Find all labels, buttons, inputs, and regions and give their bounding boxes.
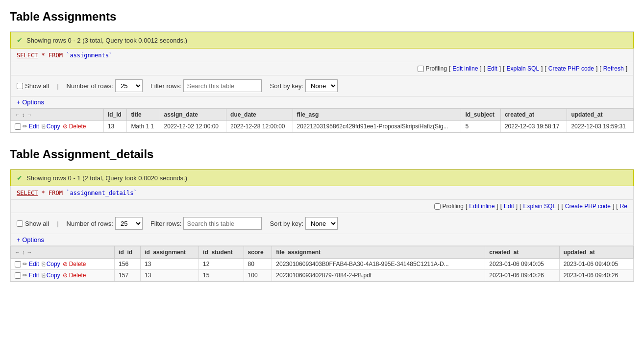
details-arrow-right: → <box>27 249 32 255</box>
create-php-link[interactable]: Create PHP code <box>548 65 594 72</box>
details-col-id-id-link[interactable]: id_id <box>119 249 132 256</box>
details-col-updated-at-link[interactable]: updated_at <box>564 249 595 256</box>
details-filter-input[interactable] <box>183 217 262 230</box>
details-col-score-link[interactable]: score <box>248 249 264 256</box>
col-updated-at-link[interactable]: updated_at <box>571 111 602 118</box>
details-col-created-at-link[interactable]: created_at <box>489 249 519 256</box>
details-explain-sql-link[interactable]: Explain SQL <box>523 203 556 210</box>
copy-icon: ⎘ <box>42 123 45 130</box>
details-th-created-at[interactable]: created_at <box>485 246 559 259</box>
bracket-open: [ <box>449 65 450 72</box>
details-copy-icon: ⎘ <box>42 272 45 279</box>
details-col-id-student-link[interactable]: id_student <box>203 249 233 256</box>
details-sql-text: SELECT * FROM `assignment_details` <box>17 190 137 196</box>
th-assign-date[interactable]: assign_date <box>160 109 226 121</box>
separator3: [ <box>503 65 504 72</box>
details-sort-label: Sort by key: None <box>270 217 338 230</box>
filter-input[interactable] <box>183 79 262 92</box>
delete-icon: ⊘ <box>63 123 68 130</box>
th-title[interactable]: title <box>127 109 160 121</box>
separator6: ] <box>596 65 597 72</box>
th-file-asg[interactable]: file_asg <box>293 109 461 121</box>
details-edit-row-link[interactable]: Edit <box>29 261 39 267</box>
show-all-label[interactable]: Show all <box>17 82 49 90</box>
copy-row-link[interactable]: Copy <box>47 123 60 130</box>
details-check-icon: ✔ <box>17 174 23 182</box>
details-sql-select-keyword: SELECT <box>17 190 38 196</box>
details-edit-inline-link[interactable]: Edit inline <box>469 203 495 210</box>
d-separator7: [ <box>616 203 618 210</box>
d-separator6: ] <box>613 203 614 210</box>
filter-text: Filter rows: <box>150 82 182 90</box>
edit-link[interactable]: Edit <box>487 65 497 72</box>
details-th-score[interactable]: score <box>244 246 272 259</box>
col-id-subject-link[interactable]: id_subject <box>465 111 494 118</box>
details-th-updated-at[interactable]: updated_at <box>559 246 633 259</box>
th-due-date[interactable]: due_date <box>226 109 293 121</box>
row-checkbox[interactable] <box>15 123 21 130</box>
details-copy-row-link[interactable]: Copy <box>47 261 60 267</box>
details-row-checkbox[interactable] <box>15 272 21 279</box>
details-num-rows-select[interactable]: 25 50 100 <box>115 217 143 230</box>
details-cell-id-assignment: 13 <box>141 259 199 270</box>
details-info-text: Showing rows 0 - 1 (2 total, Query took … <box>26 174 187 182</box>
assignments-info-text: Showing rows 0 - 2 (3 total, Query took … <box>26 37 187 44</box>
th-created-at[interactable]: created_at <box>500 109 567 121</box>
show-all-checkbox[interactable] <box>17 83 23 89</box>
details-profiling-checkbox[interactable] <box>434 203 441 210</box>
details-th-file-assignment[interactable]: file_assignment <box>272 246 485 259</box>
th-updated-at[interactable]: updated_at <box>567 109 634 121</box>
details-action-cell: ✏ Edit ⎘ Copy ⊘ Delete <box>11 259 115 270</box>
refresh-link[interactable]: Refresh <box>603 65 624 72</box>
details-col-id-assignment-link[interactable]: id_assignment <box>145 249 186 256</box>
details-copy-icon: ⎘ <box>42 261 45 267</box>
details-edit-row-link[interactable]: Edit <box>29 272 39 279</box>
details-re-link[interactable]: Re <box>620 203 627 210</box>
edit-row-link[interactable]: Edit <box>29 123 39 130</box>
nav-arrows: ← ↕ → <box>15 112 99 118</box>
explain-sql-link[interactable]: Explain SQL <box>506 65 539 72</box>
details-th-id-student[interactable]: id_student <box>199 246 244 259</box>
d-separator5: [ <box>561 203 563 210</box>
col-title-link[interactable]: title <box>131 111 141 118</box>
sql-table-name: `assignments` <box>66 52 112 59</box>
assignments-sql-bar: SELECT * FROM `assignments` <box>10 48 634 62</box>
details-edit-link[interactable]: Edit <box>504 203 514 210</box>
d-separator4: ] <box>558 203 559 210</box>
profiling-checkbox-label[interactable]: Profiling <box>418 65 447 72</box>
details-options-link[interactable]: + Options <box>17 236 44 243</box>
assignments-table-header-row: ← ↕ → id_id title assign_date due_date f… <box>11 109 634 121</box>
col-created-at-link[interactable]: created_at <box>505 111 534 118</box>
details-arrow-left: ← <box>15 249 20 255</box>
delete-row-link[interactable]: Delete <box>69 123 86 130</box>
col-assign-date-link[interactable]: assign_date <box>164 111 198 118</box>
details-row-checkbox[interactable] <box>15 261 21 267</box>
assignment-details-section: Table Assignment_details ✔ Showing rows … <box>10 147 634 282</box>
col-due-date-link[interactable]: due_date <box>230 111 256 118</box>
edit-inline-link[interactable]: Edit inline <box>452 65 478 72</box>
col-file-asg-link[interactable]: file_asg <box>297 111 319 118</box>
details-delete-row-link[interactable]: Delete <box>69 261 86 267</box>
details-create-php-link[interactable]: Create PHP code <box>565 203 611 210</box>
th-id-id[interactable]: id_id <box>103 109 126 121</box>
options-link[interactable]: + Options <box>17 98 44 106</box>
details-th-id-id[interactable]: id_id <box>115 246 141 259</box>
details-action-cell: ✏ Edit ⎘ Copy ⊘ Delete <box>11 270 115 281</box>
col-id-id-link[interactable]: id_id <box>108 111 122 118</box>
profiling-checkbox[interactable] <box>418 66 424 72</box>
details-sort-select[interactable]: None <box>305 217 338 230</box>
separator4: ] <box>541 65 543 72</box>
details-th-id-assignment[interactable]: id_assignment <box>141 246 199 259</box>
details-profiling-checkbox-label[interactable]: Profiling <box>434 203 464 210</box>
details-delete-row-link[interactable]: Delete <box>69 272 86 279</box>
details-col-file-assignment-link[interactable]: file_assignment <box>276 249 321 256</box>
details-sort-text: Sort by key: <box>270 220 303 227</box>
cell-updated-at: 2022-12-03 19:59:31 <box>567 121 634 132</box>
separator1: [ <box>484 65 485 72</box>
details-copy-row-link[interactable]: Copy <box>47 272 60 279</box>
sort-select[interactable]: None <box>305 79 338 92</box>
details-show-all-checkbox[interactable] <box>17 220 23 227</box>
th-id-subject[interactable]: id_subject <box>461 109 501 121</box>
num-rows-select[interactable]: 25 50 100 <box>115 79 143 92</box>
details-show-all-label[interactable]: Show all <box>17 220 49 227</box>
